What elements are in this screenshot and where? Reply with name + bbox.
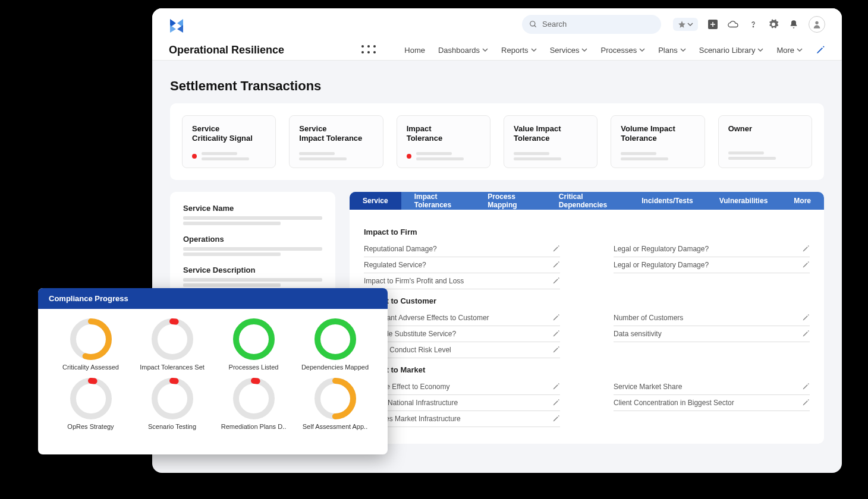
gauge-grid: Criticality AssessedImpact Tolerances Se…	[38, 309, 388, 436]
nav-reports[interactable]: Reports	[501, 46, 537, 55]
gauge-label: Impact Tolerances Set	[140, 364, 205, 371]
edit-field-button[interactable]	[552, 314, 560, 321]
edit-field-button[interactable]	[552, 415, 560, 422]
nav-more[interactable]: More	[776, 46, 803, 55]
tab-impact-tolerances[interactable]: Impact Tolerances	[401, 192, 475, 210]
cloud-button[interactable]	[728, 19, 738, 30]
summary-card-3: Value Impact Tolerance	[504, 115, 597, 168]
edit-field-button[interactable]	[802, 330, 810, 337]
summary-card-title: Owner	[728, 124, 802, 143]
pencil-icon	[552, 399, 560, 406]
overlay-title: Compliance Progress	[38, 288, 388, 309]
section-title: Impact to Market	[364, 365, 810, 374]
gauge: Self Assessment App..	[294, 377, 376, 430]
notifications-button[interactable]	[788, 19, 799, 30]
settings-button[interactable]	[768, 19, 779, 30]
impact-field: Legal or Regulatory Damage?	[614, 241, 810, 257]
user-avatar[interactable]	[809, 16, 825, 33]
pencil-icon	[552, 383, 560, 390]
svg-point-4	[753, 26, 753, 27]
edit-field-button[interactable]	[802, 261, 810, 269]
pencil-icon	[802, 261, 810, 269]
app-launcher[interactable]	[361, 45, 377, 55]
section-title: Impact to Firm	[364, 228, 810, 236]
pencil-icon	[802, 330, 810, 337]
tab-panel: ServiceImpact TolerancesProcess MappingC…	[350, 192, 824, 444]
svg-point-16	[155, 381, 190, 416]
search-icon	[529, 20, 537, 29]
bell-icon	[789, 19, 798, 30]
cloud-icon	[728, 20, 738, 29]
pencil-icon	[552, 261, 560, 269]
field-label: Service Market Share	[614, 383, 682, 391]
tab-vulnerabilities[interactable]: Vulnerabilities	[706, 192, 781, 210]
side-label: Operations	[183, 235, 322, 244]
gauge-label: OpRes Strategy	[67, 423, 114, 430]
question-icon	[749, 20, 758, 29]
tab-more[interactable]: More	[781, 192, 824, 210]
nav-plans[interactable]: Plans	[658, 46, 686, 55]
edit-field-button[interactable]	[552, 245, 560, 252]
tab-service[interactable]: Service	[350, 192, 401, 210]
pencil-icon	[552, 346, 560, 353]
edit-field-button[interactable]	[802, 399, 810, 406]
impact-field: Finances Market Infrastructure	[364, 411, 560, 427]
chevron-down-icon	[482, 47, 488, 53]
compliance-overlay: Compliance Progress Criticality Assessed…	[38, 288, 388, 454]
nav-dashboards[interactable]: Dashboards	[438, 46, 488, 55]
nav-home[interactable]: Home	[404, 46, 425, 55]
chevron-down-icon	[797, 47, 803, 53]
add-button[interactable]	[707, 19, 718, 30]
gauge: Scenario Testing	[131, 377, 213, 430]
favorites-button[interactable]	[673, 18, 698, 31]
edit-button[interactable]	[816, 45, 825, 55]
impact-field: Service Market Share	[614, 379, 810, 395]
impact-field: Number of Customers	[614, 310, 810, 326]
impact-field: Reputational Damage?	[364, 241, 560, 257]
app-title: Operational Resilience	[169, 44, 284, 56]
summary-card-1: Service Impact Tolerance	[289, 115, 383, 168]
chevron-down-icon	[687, 21, 693, 27]
edit-field-button[interactable]	[802, 383, 810, 390]
gauge-label: Remediation Plans D..	[221, 423, 286, 430]
tab-content: Impact to FirmReputational Damage?Regula…	[350, 210, 824, 444]
summary-card: Service Criticality SignalService Impact…	[170, 103, 824, 180]
impact-field: Available Substitute Service?	[364, 326, 560, 342]
nav-processes[interactable]: Processes	[600, 46, 645, 55]
side-label: Service Name	[183, 204, 322, 213]
status-dot	[192, 154, 197, 159]
edit-field-button[interactable]	[552, 330, 560, 337]
nav-services[interactable]: Services	[550, 46, 588, 55]
edit-field-button[interactable]	[552, 261, 560, 269]
edit-field-button[interactable]	[552, 399, 560, 406]
logo	[169, 16, 184, 33]
field-label: Regulated Service?	[364, 261, 426, 269]
field-label: Legal or Regulatory Damage?	[614, 261, 709, 269]
svg-point-8	[155, 321, 190, 357]
tab-process-mapping[interactable]: Process Mapping	[474, 192, 546, 210]
edit-field-button[interactable]	[552, 277, 560, 285]
search-input[interactable]: Search	[522, 15, 661, 34]
gauge: Criticality Assessed	[50, 317, 131, 371]
tab-critical-dependencies[interactable]: Critical Dependencies	[546, 192, 628, 210]
svg-line-1	[534, 25, 536, 27]
summary-card-4: Volume Impact Tolerance	[611, 115, 705, 168]
edit-field-button[interactable]	[552, 383, 560, 390]
gauge: Remediation Plans D..	[213, 377, 294, 430]
pencil-icon	[802, 399, 810, 406]
edit-field-button[interactable]	[552, 346, 560, 353]
tab-incidents-tests[interactable]: Incidents/Tests	[628, 192, 706, 210]
edit-field-button[interactable]	[802, 245, 810, 252]
impact-field: Critical National Infrastructure	[364, 395, 560, 411]
chevron-down-icon	[639, 47, 645, 53]
impact-field: Adverse Effect to Economy	[364, 379, 560, 395]
summary-card-title: Value Impact Tolerance	[514, 124, 587, 144]
svg-point-14	[73, 381, 109, 416]
help-button[interactable]	[748, 19, 759, 30]
svg-point-18	[236, 381, 272, 416]
svg-point-13	[317, 321, 353, 357]
status-dot	[407, 154, 411, 159]
nav-scenarios[interactable]: Scenario Library	[699, 46, 764, 55]
edit-field-button[interactable]	[802, 314, 810, 321]
impact-field: Legal or Regulatory Damage?	[614, 257, 810, 273]
